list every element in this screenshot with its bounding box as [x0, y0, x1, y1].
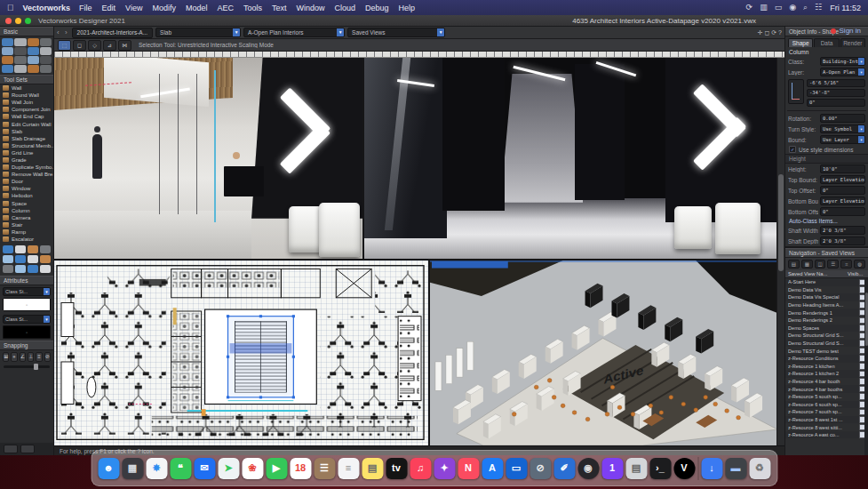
- dock-icon[interactable]: [697, 457, 698, 480]
- navigation-tab-icon[interactable]: ▤: [788, 260, 800, 269]
- tool-item[interactable]: Structural Memb...: [0, 142, 53, 149]
- tool-sets-header[interactable]: Tool Sets: [0, 75, 53, 84]
- basic-tool-icon[interactable]: [40, 38, 52, 46]
- snap-toggle[interactable]: ≡: [36, 352, 42, 362]
- basic-tool-icon[interactable]: [40, 56, 52, 64]
- close-window-button[interactable]: [5, 18, 12, 24]
- basic-palette-header[interactable]: Basic: [0, 27, 53, 36]
- tool-item[interactable]: Camera: [0, 214, 53, 221]
- saved-view-row[interactable]: z-Resource 4 bar booth: [785, 378, 868, 386]
- snap-toggle[interactable]: ⌖: [11, 352, 17, 362]
- fill-style-dropdown[interactable]: Class St...: [3, 287, 51, 296]
- basic-tool-icon[interactable]: [2, 47, 13, 55]
- sign-in-link[interactable]: Sign in: [840, 27, 861, 35]
- tool-item[interactable]: Heliodon: [0, 192, 53, 199]
- tool-set-icon[interactable]: [15, 245, 26, 253]
- tool-set-icon[interactable]: [3, 245, 13, 253]
- snapping-header[interactable]: Snapping: [0, 341, 53, 350]
- tool-item[interactable]: Wall: [0, 84, 53, 92]
- dock-icon-minimized-window[interactable]: ▬: [725, 458, 746, 479]
- shaft-depth-field[interactable]: 2'0 3/8": [820, 236, 865, 245]
- saved-view-row[interactable]: z-Resource 1 kitchen: [785, 363, 868, 371]
- tool-item[interactable]: Wall End Cap: [0, 113, 53, 120]
- window-titlebar[interactable]: Vectorworks Designer 2021 4635 Architect…: [0, 15, 868, 27]
- navigation-tab-icon[interactable]: ▦: [801, 260, 813, 269]
- tool-item[interactable]: Slab Drainage: [0, 135, 53, 142]
- tool-item[interactable]: Slab: [0, 128, 53, 135]
- bound-dropdown[interactable]: Use Layer: [820, 135, 865, 144]
- basic-tool-icon[interactable]: [2, 65, 13, 73]
- tab-render[interactable]: Render: [840, 38, 865, 47]
- tool-item[interactable]: Edit Curtain Wall: [0, 120, 53, 127]
- menubar-clock[interactable]: Fri 11:52: [830, 4, 861, 12]
- basic-tool-icon[interactable]: [14, 47, 26, 55]
- status-icon-display[interactable]: ▥: [760, 3, 768, 12]
- status-icon-sync[interactable]: ⟳: [746, 3, 753, 12]
- saved-view-row[interactable]: Demo Heading Items A...: [785, 301, 868, 309]
- pen-color-swatch[interactable]: ◦: [3, 325, 51, 339]
- height-row-field[interactable]: Layer Elevation: [820, 196, 865, 205]
- tool-item[interactable]: Escalator: [0, 236, 53, 243]
- dock-icon-archive-utility[interactable]: ▤: [625, 458, 647, 479]
- tool-item[interactable]: Wall Join: [0, 99, 53, 106]
- view-bar-icons[interactable]: ✛ ◻ ⟳ ?: [758, 29, 782, 36]
- active-layer-dropdown[interactable]: A-Open Plan Interiors: [243, 28, 345, 37]
- scroll-thumb[interactable]: [778, 174, 784, 271]
- render-viewport-corridor[interactable]: [364, 58, 777, 259]
- rotation-field[interactable]: 0.00°: [820, 114, 865, 123]
- tool-item[interactable]: Window: [0, 185, 53, 192]
- saved-view-row[interactable]: Demo Renderings 1: [785, 309, 868, 317]
- saved-view-row[interactable]: Demo Spaces: [785, 325, 868, 333]
- basic-tool-icon[interactable]: [28, 38, 39, 46]
- dock-icon-dark-round-app[interactable]: ◉: [577, 458, 599, 479]
- mode-button[interactable]: ⬚: [58, 40, 71, 51]
- dock-icon-music[interactable]: ♫: [410, 458, 431, 479]
- dock-icon-facetime[interactable]: ▶: [266, 458, 287, 479]
- shaft-width-field[interactable]: 2'0 3/8": [820, 226, 865, 235]
- palette-footer-button[interactable]: [4, 445, 18, 453]
- saved-view-row[interactable]: Demo Structural Grid S...: [785, 340, 868, 348]
- xyz-diagram-icon[interactable]: [788, 79, 804, 104]
- menu-item[interactable]: Edit: [102, 4, 116, 12]
- saved-view-row[interactable]: z-Resource 8 west sitti...: [785, 423, 868, 431]
- tool-item[interactable]: Round Wall: [0, 92, 53, 99]
- history-back-forward[interactable]: ‹ ›: [57, 28, 69, 36]
- tool-item[interactable]: Ramp: [0, 228, 53, 236]
- active-class-dropdown[interactable]: Slab: [155, 28, 241, 37]
- status-icon-battery[interactable]: ▭: [775, 3, 783, 12]
- dock-icon-calendar[interactable]: 18: [290, 458, 311, 479]
- tool-item[interactable]: Grid Line: [0, 149, 53, 156]
- tool-set-icon[interactable]: [3, 255, 13, 263]
- tool-set-icon[interactable]: [28, 255, 38, 263]
- snap-toggle[interactable]: ⊞: [3, 352, 9, 362]
- mode-button[interactable]: ◇: [88, 40, 101, 51]
- menu-item[interactable]: Model: [186, 4, 208, 12]
- dock-icon-reminders[interactable]: ≡: [338, 458, 359, 479]
- iso-3d-viewport[interactable]: Active: [430, 261, 777, 445]
- attributes-header[interactable]: Attributes: [0, 276, 53, 285]
- apple-menu-icon[interactable]: : [7, 3, 14, 12]
- x-coordinate-field[interactable]: -6'6 5/16": [807, 79, 865, 87]
- tool-item[interactable]: Component Join: [0, 106, 53, 113]
- saved-view-row[interactable]: Demo Structural Grid S...: [785, 332, 868, 340]
- saved-view-row[interactable]: z-Resource A east co...: [785, 431, 868, 439]
- dock-icon-blocked-app[interactable]: ⊘: [530, 458, 551, 479]
- viewport-vertical-scrollbar[interactable]: [776, 58, 784, 445]
- menu-item[interactable]: Tools: [243, 4, 262, 12]
- pen-style-dropdown[interactable]: Class St...: [3, 315, 51, 324]
- mode-button[interactable]: ◻: [73, 40, 86, 51]
- navigation-tab-icon[interactable]: ◍: [854, 260, 865, 269]
- height-row-field[interactable]: 0": [820, 207, 865, 216]
- dock-icon-photos[interactable]: ❀: [242, 458, 263, 479]
- tool-set-icon[interactable]: [40, 265, 51, 273]
- saved-view-row[interactable]: Demo Renderings 2: [785, 317, 868, 325]
- basic-tool-icon[interactable]: [40, 47, 52, 55]
- status-icon-search[interactable]: ⌕: [803, 3, 808, 12]
- use-style-dims-checkbox[interactable]: ✓: [789, 146, 796, 153]
- basic-tool-icon[interactable]: [2, 56, 13, 64]
- tool-item[interactable]: Duplicate Symbo...: [0, 164, 53, 171]
- dock-icon-launchpad[interactable]: ▦: [122, 458, 143, 479]
- status-icon-user[interactable]: ◉: [789, 3, 796, 12]
- mode-button[interactable]: ⊿: [103, 40, 116, 51]
- navigation-tab-icon[interactable]: ◫: [815, 260, 826, 269]
